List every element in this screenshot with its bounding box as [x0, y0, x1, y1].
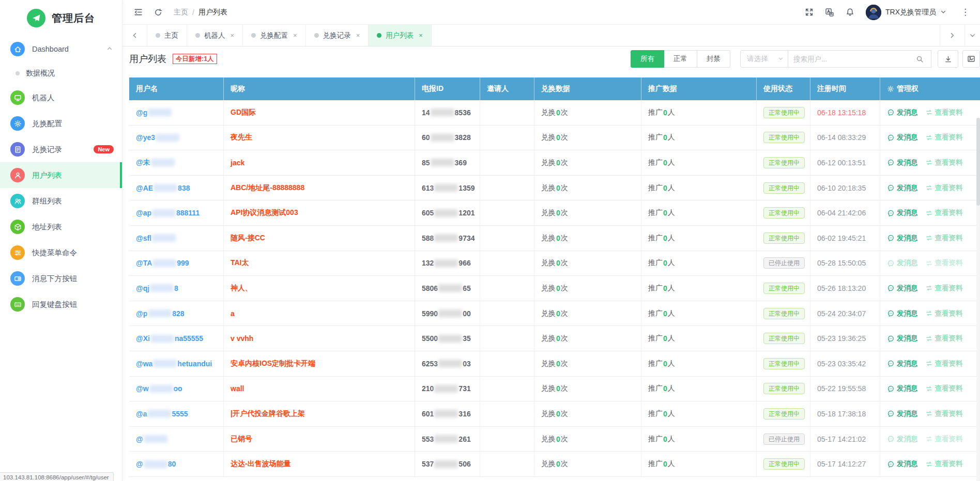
- fullscreen-icon[interactable]: [805, 8, 814, 17]
- send-message-button[interactable]: 发消息: [887, 309, 918, 318]
- view-profile-button[interactable]: 查看资料: [925, 208, 963, 218]
- view-profile-button[interactable]: 查看资料: [925, 359, 963, 368]
- sidebar-item[interactable]: 用户列表: [0, 162, 122, 188]
- send-message-button[interactable]: 发消息: [887, 208, 918, 218]
- column-header: 昵称: [224, 77, 415, 100]
- status-badge: 正常使用中: [763, 132, 805, 143]
- notifications-bell-icon[interactable]: [846, 8, 854, 17]
- send-message-button[interactable]: 发消息: [887, 409, 918, 418]
- sidebar-item[interactable]: 机器人: [0, 85, 122, 111]
- breadcrumb-home[interactable]: 主页: [174, 8, 188, 17]
- sidebar-item[interactable]: 地址列表: [0, 214, 122, 240]
- tabs-scroll-right-icon[interactable]: [940, 25, 964, 46]
- close-icon[interactable]: ×: [293, 32, 297, 39]
- refresh-icon[interactable]: [154, 8, 162, 17]
- view-profile-button[interactable]: 查看资料: [925, 108, 963, 117]
- view-profile-button[interactable]: 查看资料: [925, 309, 963, 318]
- view-profile-button[interactable]: 查看资料: [925, 284, 963, 293]
- username-link[interactable]: @a5555: [136, 410, 188, 418]
- send-message-button[interactable]: 发消息: [887, 234, 918, 243]
- view-profile-button[interactable]: 查看资料: [925, 459, 963, 469]
- sidebar-item[interactable]: 群组列表: [0, 188, 122, 214]
- sidebar-subitem[interactable]: 数据概况: [0, 62, 122, 85]
- tab-item[interactable]: 兑换记录×: [306, 25, 369, 46]
- send-message-button[interactable]: 发消息: [887, 359, 918, 368]
- register-time-cell: 05-24 20:34:07: [810, 301, 880, 326]
- view-profile-button[interactable]: 查看资料: [925, 258, 963, 268]
- send-message-button[interactable]: 发消息: [887, 183, 918, 193]
- view-profile-button[interactable]: 查看资料: [925, 158, 963, 167]
- language-icon[interactable]: [825, 8, 834, 17]
- filter-button[interactable]: 所有: [631, 50, 664, 68]
- filter-button[interactable]: 封禁: [697, 50, 730, 68]
- sidebar-item[interactable]: Dashboard: [0, 36, 122, 62]
- username-link[interactable]: @p828: [136, 309, 185, 318]
- username-link[interactable]: @AE838: [136, 184, 190, 192]
- username-link[interactable]: @TA999: [136, 259, 189, 267]
- search-input[interactable]: [788, 51, 908, 67]
- view-profile-button[interactable]: 查看资料: [925, 234, 963, 243]
- send-message-button[interactable]: 发消息: [887, 384, 918, 393]
- collapse-sidebar-icon[interactable]: [134, 8, 143, 17]
- nickname-cell: 夜先生: [224, 126, 415, 150]
- status-badge: 正常使用中: [763, 308, 805, 319]
- view-profile-button[interactable]: 查看资料: [925, 435, 963, 444]
- message-icon: [887, 209, 895, 217]
- send-message-button[interactable]: 发消息: [887, 158, 918, 167]
- sidebar-item[interactable]: 兑换记录New: [0, 136, 122, 162]
- vertical-scrollbar[interactable]: [976, 118, 980, 481]
- tab-item[interactable]: 用户列表×: [369, 25, 432, 46]
- exchange-icon: [925, 309, 933, 317]
- send-message-button[interactable]: 发消息: [887, 258, 918, 268]
- username-link[interactable]: @未: [136, 158, 175, 167]
- view-profile-button[interactable]: 查看资料: [925, 334, 963, 343]
- sidebar-item[interactable]: 消息下方按钮: [0, 266, 122, 291]
- user-menu[interactable]: TRX兑换管理员: [866, 5, 946, 20]
- close-icon[interactable]: ×: [356, 32, 360, 39]
- username-link[interactable]: @80: [136, 460, 176, 468]
- message-icon: [887, 335, 895, 343]
- redacted-blur: [434, 410, 458, 417]
- username-link[interactable]: @g: [136, 108, 172, 117]
- username-link[interactable]: @qj8: [136, 284, 178, 292]
- search-icon[interactable]: [908, 51, 931, 67]
- tab-item[interactable]: 兑换配置×: [243, 25, 306, 46]
- tabs-menu-icon[interactable]: [964, 25, 980, 46]
- username-link[interactable]: @sfl: [136, 234, 176, 242]
- username-link[interactable]: @wahetuandui: [136, 360, 212, 368]
- sidebar-item[interactable]: 兑换配置: [0, 111, 122, 136]
- username-link[interactable]: @ye3: [136, 133, 180, 142]
- username-cell: @: [129, 427, 224, 452]
- close-icon[interactable]: ×: [419, 32, 423, 39]
- send-message-button[interactable]: 发消息: [887, 108, 918, 117]
- export-image-button[interactable]: [962, 50, 980, 68]
- actions-cell: 发消息查看资料: [880, 427, 980, 452]
- view-profile-button[interactable]: 查看资料: [925, 133, 963, 142]
- view-profile-button[interactable]: 查看资料: [925, 384, 963, 393]
- send-message-button[interactable]: 发消息: [887, 284, 918, 293]
- promo-cell: 推广0人: [641, 452, 757, 476]
- tab-item[interactable]: 机器人×: [187, 25, 243, 46]
- username-link[interactable]: @woo: [136, 384, 182, 393]
- tabs-scroll-left-icon[interactable]: [122, 25, 147, 46]
- send-message-button[interactable]: 发消息: [887, 334, 918, 343]
- view-profile-button[interactable]: 查看资料: [925, 409, 963, 418]
- filter-select[interactable]: 请选择: [740, 50, 788, 68]
- nickname-cell: 已销号: [224, 427, 415, 452]
- redacted-blur: [438, 360, 462, 367]
- send-message-button[interactable]: 发消息: [887, 133, 918, 142]
- close-icon[interactable]: ×: [231, 32, 235, 39]
- send-message-button[interactable]: 发消息: [887, 435, 918, 444]
- filter-button[interactable]: 正常: [664, 50, 697, 68]
- send-message-button[interactable]: 发消息: [887, 459, 918, 469]
- tab-home[interactable]: 主页: [147, 25, 187, 46]
- view-profile-button[interactable]: 查看资料: [925, 183, 963, 193]
- download-button[interactable]: [938, 50, 958, 68]
- sidebar-item[interactable]: 快捷菜单命令: [0, 240, 122, 266]
- username-link[interactable]: @ap888111: [136, 209, 200, 217]
- more-menu-icon[interactable]: ⋮: [958, 7, 973, 18]
- promo-cell: 推广0人: [641, 326, 757, 351]
- sidebar-item[interactable]: 回复键盘按钮: [0, 291, 122, 317]
- username-link[interactable]: @Xina55555: [136, 334, 203, 343]
- username-link[interactable]: @: [136, 435, 168, 443]
